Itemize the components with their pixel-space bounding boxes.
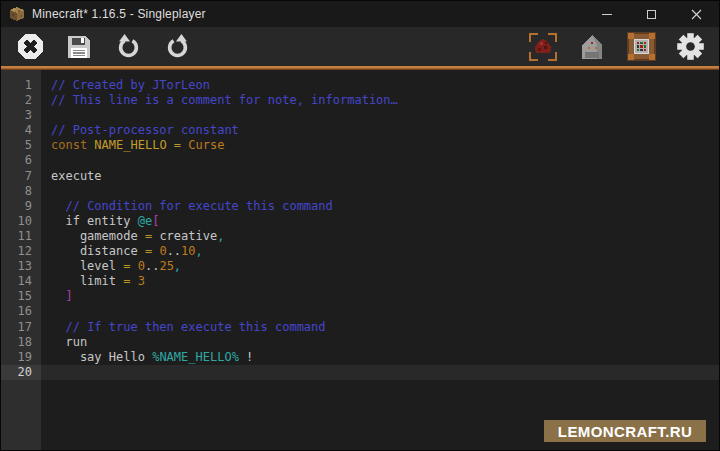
code-token: @e (138, 214, 152, 228)
code-line[interactable]: 4// Post-processor constant (1, 123, 719, 138)
code-line[interactable]: 12 distance = 0..10, (1, 244, 719, 259)
code-line-content[interactable] (41, 153, 719, 168)
code-token (51, 199, 65, 213)
code-token: ! (239, 350, 253, 364)
code-line[interactable]: 7execute (1, 169, 719, 184)
code-token: // Condition for execute this command (65, 199, 332, 213)
code-line[interactable]: 16 (1, 304, 719, 319)
code-line-content[interactable]: // Post-processor constant (41, 123, 719, 138)
code-line[interactable]: 13 level = 0..25, (1, 259, 719, 274)
close-button[interactable] (674, 1, 719, 27)
code-line-content[interactable]: // This line is a comment for note, info… (41, 93, 719, 108)
code-line[interactable]: 17 // If true then execute this command (1, 320, 719, 335)
code-token (130, 259, 137, 273)
code-line-content[interactable] (41, 304, 719, 319)
code-token: const (51, 138, 94, 152)
code-line-content[interactable]: say Hello %NAME_HELLO% ! (41, 350, 719, 365)
code-token: distance (51, 244, 145, 258)
code-line-content[interactable]: distance = 0..10, (41, 244, 719, 259)
code-line-content[interactable] (41, 365, 719, 380)
code-line-content[interactable]: limit = 3 (41, 274, 719, 289)
toolbar-left-group (14, 31, 193, 63)
code-line-content[interactable]: gamemode = creative, (41, 229, 719, 244)
line-number: 3 (1, 108, 41, 123)
code-line-content[interactable]: if entity @e[ (41, 214, 719, 229)
code-line[interactable]: 1// Created by JTorLeon (1, 78, 719, 93)
code-line[interactable]: 11 gamemode = creative, (1, 229, 719, 244)
code-token: 0 (159, 244, 166, 258)
code-line[interactable]: 19 say Hello %NAME_HELLO% ! (1, 350, 719, 365)
line-number: 8 (1, 184, 41, 199)
line-number: 15 (1, 289, 41, 304)
code-line-content[interactable]: level = 0..25, (41, 259, 719, 274)
line-number: 12 (1, 244, 41, 259)
line-number: 1 (1, 78, 41, 93)
code-token: execute (51, 169, 102, 183)
minimize-button[interactable] (584, 1, 629, 27)
code-line[interactable]: 20 (1, 365, 719, 380)
redo-button[interactable] (161, 31, 193, 63)
code-line-content[interactable]: execute (41, 169, 719, 184)
save-button[interactable] (63, 31, 95, 63)
code-line[interactable]: 10 if entity @e[ (1, 214, 719, 229)
close-icon (691, 9, 702, 20)
redstone-target-button[interactable] (527, 31, 559, 63)
code-line-content[interactable]: // If true then execute this command (41, 320, 719, 335)
line-number: 20 (1, 365, 41, 380)
cancel-icon (17, 33, 44, 60)
code-line[interactable]: 6 (1, 153, 719, 168)
line-number: 2 (1, 93, 41, 108)
code-line[interactable]: 5const NAME_HELLO = Curse (1, 138, 719, 153)
code-token (51, 320, 65, 334)
code-token: , (174, 259, 181, 273)
code-line[interactable]: 14 limit = 3 (1, 274, 719, 289)
code-line[interactable]: 2// This line is a comment for note, inf… (1, 93, 719, 108)
line-number: 9 (1, 199, 41, 214)
home-button[interactable] (576, 31, 608, 63)
line-number: 17 (1, 320, 41, 335)
minimize-icon (602, 14, 612, 15)
toolbar (1, 27, 719, 66)
undo-icon (115, 33, 142, 60)
undo-button[interactable] (112, 31, 144, 63)
code-line-content[interactable] (41, 108, 719, 123)
code-token: , (196, 244, 203, 258)
line-number: 13 (1, 259, 41, 274)
code-line-content[interactable]: // Created by JTorLeon (41, 78, 719, 93)
code-line[interactable]: 15 ] (1, 289, 719, 304)
code-token: ] (51, 289, 73, 303)
home-icon (579, 33, 605, 61)
line-number: 4 (1, 123, 41, 138)
code-line[interactable]: 8 (1, 184, 719, 199)
code-token: limit (51, 274, 123, 288)
code-token: NAME_HELLO (94, 138, 166, 152)
code-line[interactable]: 9 // Condition for execute this command (1, 199, 719, 214)
line-number: 19 (1, 350, 41, 365)
app-window: Minecraft* 1.16.5 - Singleplayer (0, 0, 720, 451)
editor-top-spacer (1, 70, 719, 78)
code-token: creative (152, 229, 217, 243)
line-number: 5 (1, 138, 41, 153)
code-line-content[interactable]: ] (41, 289, 719, 304)
code-token: // This line is a comment for note, info… (51, 93, 398, 107)
cancel-button[interactable] (14, 31, 46, 63)
code-line-content[interactable]: // Condition for execute this command (41, 199, 719, 214)
window-title: Minecraft* 1.16.5 - Singleplayer (32, 7, 206, 21)
code-line[interactable]: 3 (1, 108, 719, 123)
code-token: // If true then execute this command (65, 320, 325, 334)
code-line-content[interactable]: run (41, 335, 719, 350)
code-line-content[interactable] (41, 184, 719, 199)
code-token: // Post-processor constant (51, 123, 239, 137)
code-line[interactable]: 18 run (1, 335, 719, 350)
code-token: run (51, 335, 87, 349)
title-bar: Minecraft* 1.16.5 - Singleplayer (1, 1, 719, 27)
line-number: 14 (1, 274, 41, 289)
code-editor[interactable]: 1// Created by JTorLeon2// This line is … (1, 70, 719, 450)
code-token: 3 (138, 274, 145, 288)
code-line-content[interactable]: const NAME_HELLO = Curse (41, 138, 719, 153)
code-token: .. (145, 259, 159, 273)
code-token: 10 (181, 244, 195, 258)
maximize-button[interactable] (629, 1, 674, 27)
module-button[interactable] (625, 31, 657, 63)
settings-button[interactable] (674, 31, 706, 63)
